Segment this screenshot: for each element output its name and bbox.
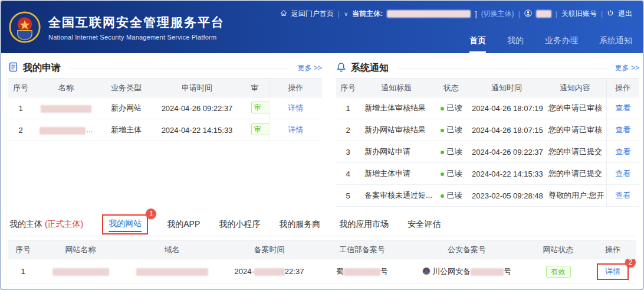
- return-portal-link[interactable]: 返回门户首页: [291, 9, 334, 19]
- read-status-dot: [441, 172, 444, 176]
- application-detail-link[interactable]: 详情: [288, 125, 303, 134]
- apply-time: 2024-04-22 14:15:33: [153, 119, 241, 141]
- police-emblem-logo: [8, 11, 41, 44]
- police-number-prefix: 川公网安备: [432, 267, 471, 276]
- col-website-name: 网站名称: [38, 240, 123, 259]
- col-title: 通知标题: [360, 79, 433, 97]
- logout-link[interactable]: 退出: [618, 9, 632, 19]
- notification-view-link[interactable]: 查看: [615, 125, 630, 134]
- tab-my-subject[interactable]: 我的主体 (正式主体): [9, 219, 83, 230]
- switch-subject-link[interactable]: (切换主体): [481, 9, 514, 19]
- header: 全国互联网安全管理服务平台 National Internet Security…: [1, 1, 643, 53]
- notification-view-link[interactable]: 查看: [615, 147, 630, 156]
- app-window: 全国互联网安全管理服务平台 National Internet Security…: [0, 0, 644, 290]
- separator: |: [601, 10, 603, 18]
- col-actions: 操作: [589, 240, 636, 259]
- notification-title: 新增主体申请: [360, 163, 433, 185]
- redacted-website-name: [52, 268, 109, 276]
- notify-time: 2024-04-22 14:15:33: [469, 163, 544, 185]
- tab-security-assessment[interactable]: 安全评估: [408, 219, 441, 230]
- website-detail-link[interactable]: 详情: [605, 267, 620, 276]
- review-status-badge: 审: [251, 102, 269, 113]
- applications-panel-header: 我的申请 更多 >>: [8, 58, 322, 78]
- row-index: 2: [336, 119, 360, 141]
- row-index: 1: [8, 97, 33, 119]
- row-index: 1: [336, 97, 360, 119]
- applications-panel: 我的申请 更多 >> 序号 名称 业务类型 申请时间 审 操作: [8, 58, 322, 207]
- notification-row: 2 新办网站审核结果 已读 2024-04-26 18:07:15 您的申请已审…: [336, 119, 639, 141]
- read-status-dot: [441, 107, 444, 110]
- read-status: 已读: [447, 103, 462, 112]
- header-topbar: 返回门户首页 | ∨ 当前主体: ] (切换主体) | | 关联旧账号 | 退出: [280, 9, 632, 19]
- nav-tab-notifications[interactable]: 系统通知: [599, 35, 632, 53]
- current-subject-label: 当前主体:: [352, 9, 383, 19]
- tab-my-website[interactable]: 我的网站: [109, 219, 142, 232]
- notification-content: 您的申请已审核: [544, 119, 606, 141]
- redacted-username: [536, 10, 551, 18]
- tab-my-app[interactable]: 我的APP: [167, 219, 200, 230]
- col-content: 通知内容: [544, 79, 606, 97]
- tab-my-subject-label: 我的主体: [9, 219, 42, 229]
- websites-table: 序号 网站名称 域名 备案时间 工信部备案号 公安备案号 网站状态 操作 1: [8, 240, 636, 284]
- redacted-record-time: [254, 268, 285, 276]
- col-status: 状态: [433, 79, 469, 97]
- redacted-application-name: [41, 105, 91, 113]
- notification-row: 1 新增主体审核结果 已读 2024-04-26 18:07:19 您的申请已审…: [336, 97, 639, 119]
- notification-title: 新办网站审核结果: [360, 119, 433, 141]
- website-status-badge: 有效: [546, 266, 571, 278]
- notifications-panel-header: 系统通知 更多 >>: [336, 58, 639, 78]
- col-record-time: 备案时间: [221, 240, 318, 259]
- row-index: 3: [336, 141, 360, 163]
- col-domain: 域名: [123, 240, 221, 259]
- applications-header-row: 序号 名称 业务类型 申请时间 审 操作: [8, 79, 322, 97]
- chevron-down-icon: ∨: [344, 11, 348, 17]
- content: 我的申请 更多 >> 序号 名称 业务类型 申请时间 审 操作: [1, 53, 643, 284]
- review-status-badge: 审: [251, 123, 269, 135]
- application-detail-link[interactable]: 详情: [288, 103, 303, 112]
- col-review-status-truncated: 审: [241, 79, 269, 97]
- redacted-miit-number: [344, 268, 380, 276]
- platform-title: 全国互联网安全管理服务平台: [48, 14, 225, 31]
- col-notify-time: 通知时间: [469, 79, 544, 97]
- nav-tab-mine[interactable]: 我的: [507, 35, 524, 53]
- notify-time: 2023-02-05 09:28:48: [469, 185, 544, 207]
- tab-my-appmarket[interactable]: 我的应用市场: [339, 219, 389, 230]
- notification-view-link[interactable]: 查看: [615, 103, 630, 112]
- tab-my-miniprogram[interactable]: 我的小程序: [219, 219, 260, 230]
- applications-more-link[interactable]: 更多 >>: [298, 63, 322, 73]
- notification-title: 新增主体审核结果: [360, 97, 433, 119]
- home-icon: [280, 9, 287, 18]
- notification-content: 尊敬的用户:您开: [544, 185, 606, 207]
- brand-titles: 全国互联网安全管理服务平台 National Internet Security…: [48, 14, 225, 41]
- notification-view-link[interactable]: 查看: [615, 169, 630, 178]
- annotation-step-1: 1: [146, 208, 156, 219]
- redacted-application-name: [40, 127, 86, 135]
- notifications-table: 序号 通知标题 状态 通知时间 通知内容 操作 1 新增主体审核结果 已读: [336, 78, 639, 207]
- read-status: 已读: [447, 169, 462, 178]
- notification-content: 您的申请已提交: [544, 141, 606, 163]
- read-status: 已读: [447, 125, 462, 134]
- notifications-more-link[interactable]: 更多 >>: [615, 63, 639, 73]
- nav-tab-home[interactable]: 首页: [469, 35, 486, 53]
- application-row: 1 新办网站 2024-04-26 09:22:37 审 详情: [8, 97, 322, 119]
- miit-number-prefix: 蜀: [336, 267, 344, 276]
- highlight-box-my-website: 我的网站 1: [102, 214, 148, 234]
- col-website-status: 网站状态: [527, 240, 589, 259]
- nav-tab-business[interactable]: 业务办理: [545, 35, 578, 53]
- notification-row: 5 备案审核未通过短... 已读 2023-02-05 09:28:48 尊敬的…: [336, 185, 639, 207]
- col-name: 名称: [33, 79, 99, 97]
- redacted-subject-name: [387, 10, 471, 18]
- record-time-suffix: 22:37: [285, 267, 304, 276]
- highlight-box-detail: 详情 2: [597, 263, 629, 280]
- read-status-dot: [441, 129, 444, 132]
- col-index: 序号: [8, 79, 33, 97]
- notify-time: 2024-04-26 18:07:19: [469, 97, 544, 119]
- annotation-step-2: 2: [625, 259, 636, 268]
- tab-my-provider[interactable]: 我的服务商: [279, 219, 320, 230]
- name-ellipsis: ...: [87, 125, 93, 134]
- notify-time: 2024-04-26 18:07:15: [469, 119, 544, 141]
- link-old-account[interactable]: 关联旧账号: [561, 9, 597, 19]
- notifications-panel-title: 系统通知: [351, 62, 389, 74]
- websites-header-row: 序号 网站名称 域名 备案时间 工信部备案号 公安备案号 网站状态 操作: [8, 240, 636, 259]
- notification-view-link[interactable]: 查看: [615, 191, 630, 200]
